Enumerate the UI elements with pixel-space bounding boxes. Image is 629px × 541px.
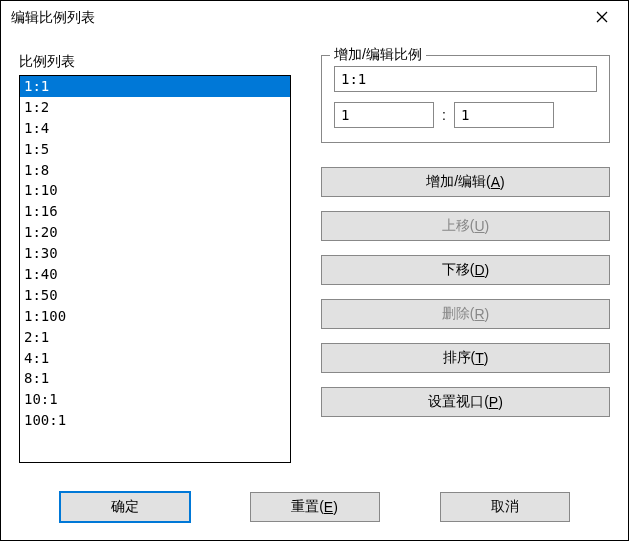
list-item[interactable]: 1:1 [20,76,290,97]
list-item[interactable]: 1:30 [20,243,290,264]
list-item[interactable]: 1:50 [20,285,290,306]
fieldset-legend: 增加/编辑比例 [330,46,426,64]
scale-list-label: 比例列表 [19,53,291,71]
list-item[interactable]: 1:4 [20,118,290,139]
dialog-window: 编辑比例列表 比例列表 1:11:21:41:51:81:101:161:201… [0,0,629,541]
list-item[interactable]: 1:5 [20,139,290,160]
scale-left-input[interactable] [334,102,434,128]
window-title: 编辑比例列表 [11,9,95,27]
set-viewport-button[interactable]: 设置视口(P) [321,387,610,417]
move-up-button[interactable]: 上移(U) [321,211,610,241]
titlebar: 编辑比例列表 [1,1,628,35]
sort-button[interactable]: 排序(T) [321,343,610,373]
list-item[interactable]: 1:10 [20,180,290,201]
edit-scale-fieldset: 增加/编辑比例 : [321,55,610,143]
list-item[interactable]: 100:1 [20,410,290,431]
list-item[interactable]: 1:20 [20,222,290,243]
list-item[interactable]: 8:1 [20,368,290,389]
ok-button[interactable]: 确定 [60,492,190,522]
delete-button[interactable]: 删除(R) [321,299,610,329]
list-item[interactable]: 1:16 [20,201,290,222]
list-item[interactable]: 1:8 [20,160,290,181]
list-item[interactable]: 10:1 [20,389,290,410]
list-item[interactable]: 1:40 [20,264,290,285]
close-icon[interactable] [588,5,616,31]
ratio-colon: : [442,107,446,123]
list-item[interactable]: 1:2 [20,97,290,118]
list-item[interactable]: 2:1 [20,327,290,348]
scale-name-input[interactable] [334,66,597,92]
scale-listbox[interactable]: 1:11:21:41:51:81:101:161:201:301:401:501… [19,75,291,463]
list-item[interactable]: 1:100 [20,306,290,327]
add-edit-button[interactable]: 增加/编辑(A) [321,167,610,197]
scale-right-input[interactable] [454,102,554,128]
reset-button[interactable]: 重置(E) [250,492,380,522]
list-item[interactable]: 4:1 [20,348,290,369]
move-down-button[interactable]: 下移(D) [321,255,610,285]
dialog-content: 比例列表 1:11:21:41:51:81:101:161:201:301:40… [1,35,628,540]
cancel-button[interactable]: 取消 [440,492,570,522]
